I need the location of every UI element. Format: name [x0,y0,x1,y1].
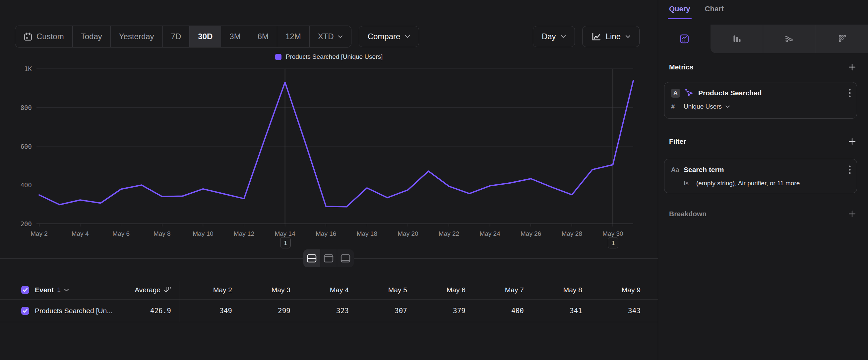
date-column-header[interactable]: May 6 [407,286,465,294]
panel-tabs: QueryChart [669,5,724,19]
layout-toggle-chart-only[interactable] [320,249,337,267]
add-breakdown-button[interactable] [847,209,857,219]
breakdown-section-header: Breakdown [669,209,857,219]
metric-aggregation-row[interactable]: # Unique Users [671,103,730,110]
date-column-header[interactable]: May 8 [524,286,582,294]
flows-icon [784,34,795,44]
metric-options-menu[interactable] [849,88,851,98]
insights-report-page: CustomTodayYesterday7D30D3M6M12MXTD Comp… [0,0,868,360]
value-cell: 341 [524,307,582,315]
average-header[interactable]: Average [134,286,179,294]
chart-type-tab-retention[interactable] [816,25,868,53]
date-range-yesterday[interactable]: Yesterday [111,26,162,47]
date-range-label: Yesterday [119,32,154,41]
metric-card[interactable]: A Products Searched # Unique Users [664,82,857,118]
add-filter-button[interactable] [847,137,857,146]
plus-icon [848,63,857,72]
x-axis-label: May 24 [479,230,500,237]
x-axis-label: May 12 [234,230,254,237]
chart-style-label: Line [606,32,621,41]
x-axis-label: May 20 [398,230,418,237]
row-value-cells: 349299323307379400341343 [174,307,641,315]
value-cell: 343 [582,307,641,315]
date-range-label: Today [81,32,102,41]
x-axis-label: May 16 [316,230,336,237]
date-range-today[interactable]: Today [72,26,111,47]
annotation-badge[interactable]: 1 [608,237,618,248]
table-header-left: Event 1 Average [0,286,179,294]
chart-type-tab-insights[interactable] [658,25,711,53]
x-axis-label: May 30 [602,230,623,237]
compare-button[interactable]: Compare [359,26,420,47]
chevron-down-icon [725,105,730,108]
layout-toggle-split-view[interactable] [303,249,320,267]
date-range-xtd[interactable]: XTD [309,26,351,47]
sort-descending-icon [163,286,171,294]
chevron-down-icon[interactable] [64,288,69,292]
chevron-down-icon [561,35,566,38]
x-axis-label: May 28 [562,230,582,237]
date-column-header[interactable]: May 7 [465,286,524,294]
date-range-7d[interactable]: 7D [162,26,190,47]
layout-toggle-table-only[interactable] [337,249,354,267]
date-range-3m[interactable]: 3M [221,26,249,47]
filter-options-menu[interactable] [849,165,851,174]
chart-type-tab-bars[interactable] [711,25,763,53]
retention-icon [837,34,847,44]
date-range-label: Custom [36,32,64,41]
y-axis-label: 600 [21,143,32,150]
event-column-header[interactable]: Event [35,286,54,294]
chart-toolbar: CustomTodayYesterday7D30D3M6M12MXTD Comp… [15,26,640,48]
x-axis-label: May 26 [521,230,541,237]
table-only-icon [341,254,350,263]
date-range-12m[interactable]: 12M [277,26,309,47]
row-checkbox[interactable] [21,307,29,315]
filter-value: (empty string), Air purifier, or 11 more [696,180,800,187]
table-row[interactable]: Products Searched [Un... 426.9 349299323… [0,300,658,322]
date-column-header[interactable]: May 9 [582,286,641,294]
x-axis-label: May 10 [193,230,213,237]
date-range-6m[interactable]: 6M [249,26,277,47]
date-column-header[interactable]: May 5 [349,286,407,294]
bars-icon [732,34,742,44]
filter-property-name: Search term [684,166,724,174]
chevron-down-icon [625,35,630,38]
y-axis-label: 400 [21,181,32,189]
y-axis-label: 1K [24,65,32,73]
date-column-header[interactable]: May 2 [174,286,232,294]
row-event-label: Products Searched [Un... [35,307,113,315]
panel-tab-chart[interactable]: Chart [705,5,724,19]
annotation-badge[interactable]: 1 [280,237,291,248]
date-range-30d[interactable]: 30D [189,26,221,47]
granularity-button[interactable]: Day [533,26,575,47]
add-metric-button[interactable] [847,62,857,72]
series-line[interactable] [39,80,633,207]
date-column-header[interactable]: May 3 [232,286,290,294]
plus-icon [848,210,857,218]
split-view-icon [307,254,317,263]
aggregation-label: Unique Users [684,103,722,110]
value-cell: 299 [232,307,290,315]
chart-type-tab-flows[interactable] [763,25,816,53]
chevron-down-icon [338,35,343,38]
table-column-divider [179,281,179,322]
chart-style-button[interactable]: Line [582,26,640,47]
calendar-icon [24,32,32,41]
filter-condition-row[interactable]: Is (empty string), Air purifier, or 11 m… [684,180,800,187]
metric-event-name: Products Searched [698,89,762,97]
chart-only-icon [323,254,334,263]
date-range-label: 30D [198,32,213,41]
panel-tab-query[interactable]: Query [669,5,690,19]
metrics-section-header: Metrics [669,62,857,72]
select-all-checkbox[interactable] [21,286,29,294]
insights-icon [679,34,689,44]
date-column-header[interactable]: May 4 [290,286,349,294]
line-chart[interactable]: 1K800600400200May 2May 4May 6May 8May 10… [0,48,658,261]
y-axis-label: 200 [21,220,32,227]
value-cell: 323 [290,307,349,315]
layout-toggle-group [303,249,354,267]
date-range-custom[interactable]: Custom [15,26,72,47]
date-range-label: 7D [171,32,181,41]
filter-card[interactable]: Aa Search term Is (empty string), Air pu… [664,159,857,193]
event-click-icon [684,88,693,98]
